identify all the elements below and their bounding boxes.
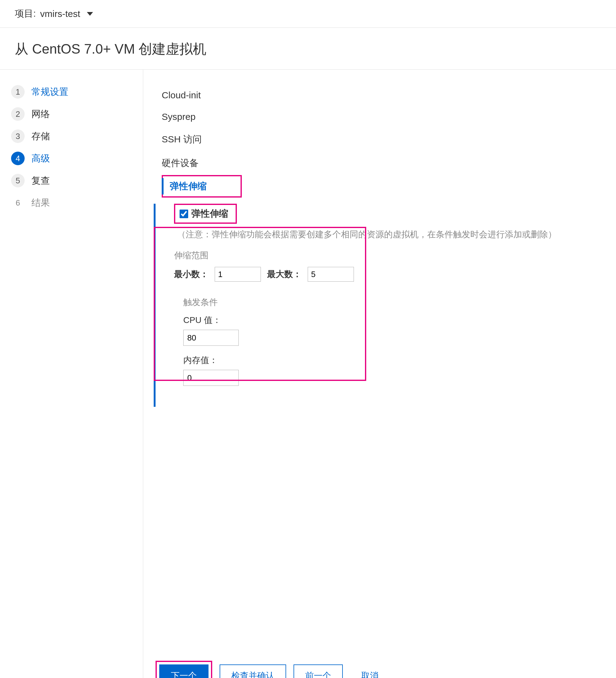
step-label: 存储 <box>31 130 50 143</box>
project-name: vmirs-test <box>40 9 80 19</box>
step-number: 5 <box>11 174 25 187</box>
step-advanced[interactable]: 4 高级 <box>11 147 132 170</box>
wizard-footer: 下一个 检查并确认 前一个 取消 <box>156 661 389 678</box>
chevron-down-icon <box>87 12 93 16</box>
highlight-elastic-checkbox: 弹性伸缩 <box>174 204 237 224</box>
step-label: 常规设置 <box>31 86 68 98</box>
step-label: 结果 <box>31 197 50 209</box>
project-selector[interactable]: 项目: vmirs-test <box>0 0 616 28</box>
step-label: 网络 <box>31 108 50 120</box>
step-number: 6 <box>11 196 25 210</box>
project-label: 项目: <box>15 7 36 20</box>
step-number: 2 <box>11 107 25 121</box>
min-input[interactable] <box>215 267 261 282</box>
elastic-hint: （注意：弹性伸缩功能会根据需要创建多个相同的资源的虚拟机，在条件触发时会进行添加… <box>177 229 598 240</box>
tab-hardware[interactable]: 硬件设备 <box>162 151 598 175</box>
page-title: 从 CentOS 7.0+ VM 创建虚拟机 <box>0 28 616 70</box>
elastic-checkbox-label: 弹性伸缩 <box>191 208 228 220</box>
highlight-next-button: 下一个 <box>156 661 212 678</box>
range-title: 伸缩范围 <box>174 250 598 261</box>
main-panel: Cloud-init Sysprep SSH 访问 硬件设备 弹性伸缩 弹性伸缩… <box>143 70 616 678</box>
cpu-label: CPU 值： <box>183 314 598 326</box>
step-number: 4 <box>11 152 25 165</box>
step-storage[interactable]: 3 存储 <box>11 125 132 147</box>
prev-button[interactable]: 前一个 <box>293 665 343 678</box>
mem-input[interactable] <box>183 370 239 386</box>
cpu-input[interactable] <box>183 330 239 346</box>
cancel-button[interactable]: 取消 <box>350 665 389 678</box>
step-network[interactable]: 2 网络 <box>11 103 132 125</box>
tab-sysprep[interactable]: Sysprep <box>162 106 598 127</box>
review-button[interactable]: 检查并确认 <box>219 665 286 678</box>
step-number: 1 <box>11 85 25 99</box>
highlight-elastic-tab: 弹性伸缩 <box>162 175 242 197</box>
step-label: 复查 <box>31 175 50 187</box>
elastic-checkbox[interactable] <box>179 210 188 218</box>
next-button[interactable]: 下一个 <box>159 665 208 678</box>
min-label: 最小数： <box>174 268 208 280</box>
tab-elastic[interactable]: 弹性伸缩 <box>162 178 207 194</box>
trigger-title: 触发条件 <box>183 297 598 308</box>
tab-cloud-init[interactable]: Cloud-init <box>162 84 598 106</box>
wizard-steps: 1 常规设置 2 网络 3 存储 4 高级 5 复查 6 结果 <box>0 70 143 678</box>
step-general[interactable]: 1 常规设置 <box>11 81 132 103</box>
step-label: 高级 <box>31 152 50 165</box>
step-result: 6 结果 <box>11 192 132 214</box>
max-input[interactable] <box>308 267 354 282</box>
max-label: 最大数： <box>267 268 301 280</box>
step-review[interactable]: 5 复查 <box>11 170 132 192</box>
step-number: 3 <box>11 129 25 143</box>
tab-ssh[interactable]: SSH 访问 <box>162 127 598 151</box>
mem-label: 内存值： <box>183 354 598 366</box>
